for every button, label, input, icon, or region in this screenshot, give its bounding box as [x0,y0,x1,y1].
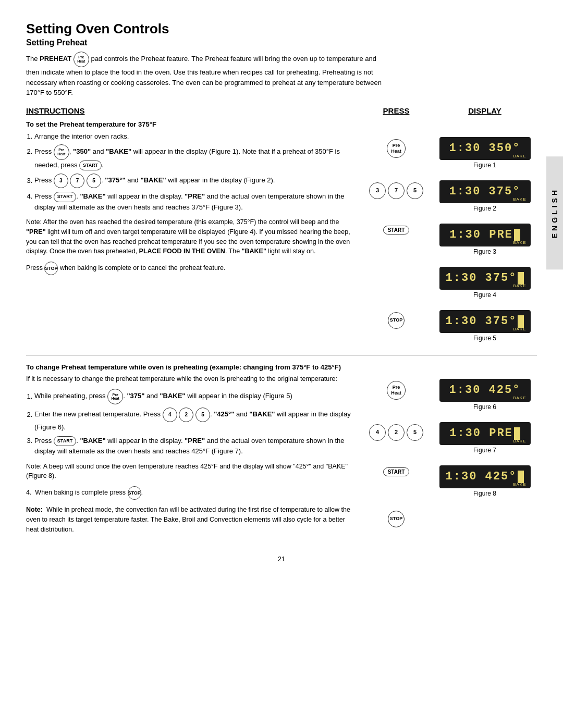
btn-5-inline: 5 [87,174,101,188]
figure-label-5: Figure 5 [473,335,496,342]
btn-7[interactable]: 7 [388,182,405,199]
btn-4-inline: 4 [163,408,177,422]
section1-heading: To set the Preheat temperature for 375°F [26,120,354,128]
btn-7-inline: 7 [70,174,84,188]
display-3: 1:30 PRE BAKE Figure 3 [433,224,537,260]
steps-list-1: Arrange the interior oven racks. Press P… [34,131,354,213]
display-text-fig2: 1:30 375° [449,185,521,198]
preheat-button-inline: PreHeat [74,52,89,67]
display-1: 1:30 350° BAKE Figure 1 [433,137,537,173]
oven-display-fig3: 1:30 PRE BAKE [439,224,531,246]
cursor-fig5 [518,315,524,328]
stop-btn-note: STOP [44,262,58,275]
display-text-fig6: 1:30 425° [449,384,521,397]
press-1: Pre Heat [360,137,433,158]
note-1: Note: After the oven has reached the des… [26,217,354,256]
bake-label-fig6: BAKE [513,396,526,400]
press-stop: STOP [360,310,433,329]
bake-label-fig2: BAKE [513,197,526,202]
step-1-3: Press 3 7 5. "375°" and "BAKE" will appe… [34,174,354,188]
stop-btn-press[interactable]: STOP [388,312,405,329]
preheat-btn-s2: PreHeat [107,389,123,404]
press-display-col-2: Pre Heat 1:30 425° BAKE Figure 6 4 2 5 [360,363,537,540]
btn-group-375: 3 7 5 [369,182,423,199]
press-s2-2: 4 2 5 [360,422,433,441]
start-btn-inline: START [79,161,102,171]
stop-btn-s2-press[interactable]: STOP [388,511,405,527]
step-2-3: Press START. "BAKE" will appear in the d… [34,436,354,456]
stop-note: Press STOP when baking is complete or to… [26,262,354,275]
preheat-btn-pre-s2: Pre [393,385,400,390]
pd-row-s2-2: 4 2 5 1:30 PRE BAKE Figure 7 [360,422,537,458]
cursor-fig8 [518,471,524,483]
preheat-btn-press-s2[interactable]: Pre Heat [387,381,406,400]
start-btn-press-s2[interactable]: START [383,467,410,476]
press-display-col-1: Pre Heat 1:30 350° BAKE Figure 1 3 7 5 [360,120,537,348]
display-text-fig1: 1:30 350° [449,142,521,155]
btn-3[interactable]: 3 [369,182,386,199]
bake-label-fig8: BAKE [513,482,526,487]
btn-2[interactable]: 2 [388,424,405,441]
figure-label-6: Figure 6 [473,403,496,411]
section-1-wrapper: To set the Preheat temperature for 375°F… [26,120,537,348]
section2-sub: If it is necessary to change the preheat… [26,374,354,384]
press-s2-3: START [360,465,433,476]
display-s2-7: 1:30 PRE BAKE Figure 7 [433,422,537,458]
oven-display-fig7: 1:30 PRE BAKE [439,422,531,445]
cursor-fig3 [514,229,520,241]
display-4: 1:30 375° BAKE Figure 4 [433,267,537,303]
figure-label-4: Figure 4 [473,291,496,299]
preheat-btn-heat: Heat [391,149,401,154]
display-text-fig5: 1:30 375° [446,315,517,328]
instructions-col-1: To set the Preheat temperature for 375°F… [26,120,360,348]
step-1-4: Press START. "BAKE" will appear in the d… [34,191,354,212]
page-number: 21 [26,555,537,563]
intro-paragraph: The PREHEAT PreHeat pad controls the Pre… [26,52,391,98]
btn-5[interactable]: 5 [407,182,423,199]
preheat-btn-step2: PreHeat [54,144,69,160]
pd-row-s2-3: START 1:30 425° BAKE Figure 8 [360,465,537,501]
figure-label-7: Figure 7 [473,447,496,454]
press-2: 3 7 5 [360,180,433,199]
steps-list-2: While preheating, press PreHeat. "375" a… [34,389,354,456]
start-btn-s2: START [54,436,76,447]
section2-heading: To change Preheat temperature while oven… [26,363,354,371]
pd-row-4: 1:30 375° BAKE Figure 4 [360,267,537,303]
preheat-btn-press1[interactable]: Pre Heat [387,139,406,158]
preheat-btn-pre: Pre [393,143,400,149]
start-btn-press3[interactable]: START [383,226,410,235]
display-heading: DISPLAY [433,106,537,115]
section-subtitle: Setting Preheat [26,38,537,47]
press-4-empty [360,267,433,269]
oven-display-fig6: 1:30 425° BAKE [439,379,531,402]
step-2-4: 4. When baking is complete press STOP. [26,486,354,500]
section-2-wrapper: To change Preheat temperature while oven… [26,363,537,540]
display-text-fig3: 1:30 PRE [449,228,513,241]
bake-label-fig4: BAKE [513,283,526,288]
display-5: 1:30 375° BAKE Figure 5 [433,310,537,346]
btn-3-inline: 3 [54,174,68,188]
press-3: START [360,224,433,235]
figure-label-2: Figure 2 [473,205,496,212]
english-tab: ENGLISH [546,156,563,269]
btn-2-inline: 2 [179,408,193,422]
step-2-2: Enter the new preheat temperature. Press… [34,408,354,433]
btn-4[interactable]: 4 [369,424,386,441]
btn-5b[interactable]: 5 [407,424,423,441]
step-2-1: While preheating, press PreHeat. "375" a… [34,389,354,404]
figure-label-1: Figure 1 [473,162,496,169]
figure-label-8: Figure 8 [473,490,496,497]
display-s2-6: 1:30 425° BAKE Figure 6 [433,379,537,415]
display-s2-8: 1:30 425° BAKE Figure 8 [433,465,537,501]
cursor-fig4 [518,272,524,285]
instructions-heading: INSTRUCTIONS [26,106,85,115]
press-heading: PRESS [360,106,433,115]
page-title: Setting Oven Controls [26,21,537,37]
bake-label-fig5: BAKE [513,327,526,331]
pd-row-2: 3 7 5 1:30 375° BAKE Figure 2 [360,180,537,216]
oven-display-fig8: 1:30 425° BAKE [439,465,531,488]
bake-label-fig1: BAKE [513,154,526,158]
display-2: 1:30 375° BAKE Figure 2 [433,180,537,216]
pd-row-s2-1: Pre Heat 1:30 425° BAKE Figure 6 [360,379,537,415]
oven-display-fig5: 1:30 375° BAKE [439,310,531,333]
